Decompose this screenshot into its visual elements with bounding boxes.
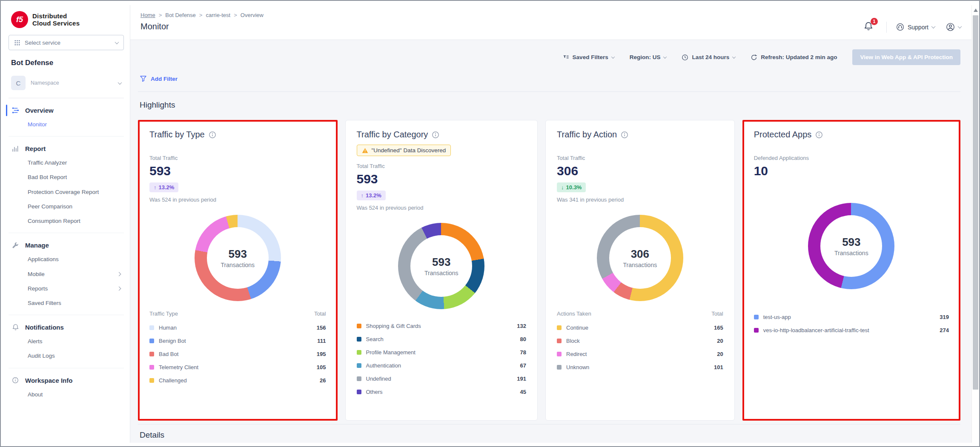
sidebar-item-saved-filters[interactable]: Saved Filters <box>9 296 124 310</box>
legend-item: Authentication67 <box>357 359 527 372</box>
sidebar-item-label: Saved Filters <box>28 299 61 307</box>
legend-label: Block <box>566 338 580 344</box>
sidebar-item-reports[interactable]: Reports <box>9 282 124 296</box>
legend-swatch <box>754 328 759 333</box>
top-actions: 1 Support <box>860 12 961 40</box>
sidebar-item-monitor[interactable]: Monitor <box>9 117 124 132</box>
sidebar-section-manage: ManageApplicationsMobileReportsSaved Fil… <box>9 233 124 315</box>
legend-label: Unknown <box>566 364 589 370</box>
info-icon[interactable] <box>815 131 823 139</box>
legend-label: Search <box>366 336 384 342</box>
scroll-up-arrow-icon[interactable] <box>974 9 978 12</box>
sidebar-section-label: Manage <box>25 242 49 249</box>
legend-title: Traffic Type <box>149 310 178 317</box>
breadcrumb-item-overview[interactable]: Overview <box>241 12 264 18</box>
grid-icon <box>14 40 20 46</box>
vertical-scrollbar[interactable] <box>971 5 979 443</box>
legend-item: Others45 <box>357 385 527 399</box>
sidebar-item-mobile[interactable]: Mobile <box>9 267 124 282</box>
legend-item: Profile Management78 <box>357 346 527 359</box>
legend-value: 101 <box>714 364 723 370</box>
donut-center-value: 593 <box>432 256 450 269</box>
refresh-button[interactable]: Refresh: Updated 2 min ago <box>751 54 837 61</box>
sidebar-item-manage[interactable]: Manage <box>9 238 124 252</box>
legend-label: Others <box>366 389 383 395</box>
region-dropdown[interactable]: Region: US <box>630 54 667 60</box>
info-icon[interactable] <box>621 131 628 139</box>
card-title: Protected Apps <box>754 130 812 140</box>
view-in-waap-button[interactable]: View in Web App & API Protection <box>852 49 960 65</box>
info-icon[interactable] <box>209 131 216 139</box>
card-traffic-by-type: Traffic by Type Total Traffic 593 ↑ 13.2… <box>138 120 338 421</box>
scrollbar-thumb[interactable] <box>973 15 978 390</box>
legend-value: 156 <box>317 325 326 331</box>
breadcrumb: Home>Bot Defense>carrie-test>Overview <box>140 12 264 18</box>
legend-value: 78 <box>520 349 526 356</box>
manage-icon <box>11 242 20 249</box>
legend-total-label: Total <box>314 310 326 317</box>
sidebar-item-notifications[interactable]: Notifications <box>9 320 124 334</box>
namespace-selector[interactable]: C Namespace <box>9 74 124 98</box>
notification-count-badge: 1 <box>871 18 878 25</box>
breadcrumb-separator: > <box>234 12 237 18</box>
account-menu[interactable] <box>946 23 961 31</box>
breadcrumb-separator: > <box>159 12 162 18</box>
sidebar-item-label: Peer Comparison <box>28 203 72 211</box>
info-icon[interactable] <box>432 131 439 139</box>
trend-badge: ↓ 10.3% <box>557 182 586 192</box>
report-icon <box>11 145 20 152</box>
support-menu[interactable]: Support <box>896 23 935 31</box>
breadcrumb-item-bot-defense[interactable]: Bot Defense <box>165 12 196 18</box>
sidebar-item-label: About <box>28 391 43 399</box>
legend-value: 165 <box>714 325 723 331</box>
details-title: Details <box>138 424 960 440</box>
legend-label: Profile Management <box>366 349 415 356</box>
sidebar-section-overview: OverviewMonitor <box>9 98 124 136</box>
breadcrumb-separator: > <box>199 12 203 18</box>
legend-swatch <box>357 337 361 342</box>
trend-value: 13.2% <box>159 184 175 191</box>
page-title: Monitor <box>140 22 264 31</box>
sidebar-item-applications[interactable]: Applications <box>9 252 124 267</box>
notifications-bell-button[interactable]: 1 <box>860 20 877 35</box>
brand-name: Distributed Cloud Services <box>32 12 80 27</box>
sidebar-item-about[interactable]: About <box>9 387 124 402</box>
chevron-down-icon <box>663 55 667 58</box>
sidebar-item-peer-comparison[interactable]: Peer Comparison <box>9 199 124 214</box>
legend-total-label: Total <box>711 310 723 317</box>
trend-badge: ↑ 13.2% <box>357 191 386 200</box>
legend-swatch <box>557 352 562 356</box>
sidebar-item-label: Bad Bot Report <box>28 174 67 181</box>
breadcrumb-item-home[interactable]: Home <box>140 12 155 18</box>
breadcrumb-item-carrie-test[interactable]: carrie-test <box>206 12 230 18</box>
time-range-dropdown[interactable]: Last 24 hours <box>682 54 735 61</box>
legend-title: Actions Taken <box>557 310 591 317</box>
card-title: Traffic by Type <box>149 130 205 140</box>
sidebar-item-consumption-report[interactable]: Consumption Report <box>9 214 124 228</box>
undefined-data-warning-badge[interactable]: "Undefined" Data Discovered <box>357 145 451 156</box>
top-bar: Home>Bot Defense>carrie-test>Overview Mo… <box>130 5 971 40</box>
sidebar-item-bad-bot-report[interactable]: Bad Bot Report <box>9 170 124 185</box>
legend-swatch <box>357 390 361 394</box>
saved-filters-dropdown[interactable]: Saved Filters <box>563 54 614 60</box>
legend-label: test-us-app <box>763 314 791 320</box>
sidebar-item-protection-coverage-report[interactable]: Protection Coverage Report <box>9 185 124 199</box>
legend-swatch <box>149 365 154 370</box>
add-filter-button[interactable]: Add Filter <box>140 75 178 82</box>
card-title: Traffic by Action <box>557 130 617 140</box>
sidebar-item-audit-logs[interactable]: Audit Logs <box>9 349 124 363</box>
legend-value: 111 <box>317 338 326 344</box>
sidebar-item-alerts[interactable]: Alerts <box>9 334 124 349</box>
legend-label: ves-io-http-loadbalancer-artificial-traf… <box>763 327 869 333</box>
sidebar-item-report[interactable]: Report <box>9 142 124 156</box>
refresh-icon <box>751 54 757 61</box>
sidebar-section-label: Notifications <box>25 324 64 331</box>
legend-label: Bad Bot <box>159 351 178 357</box>
sidebar-item-overview[interactable]: Overview <box>9 103 124 117</box>
sidebar-item-traffic-analyzer[interactable]: Traffic Analyzer <box>9 156 124 170</box>
workspace-info-icon <box>11 377 20 384</box>
legend-label: Continue <box>566 325 588 331</box>
sidebar-item-workspace-info[interactable]: Workspace Info <box>9 373 124 387</box>
select-service-dropdown[interactable]: Select service <box>9 35 124 50</box>
headset-icon <box>896 23 904 31</box>
